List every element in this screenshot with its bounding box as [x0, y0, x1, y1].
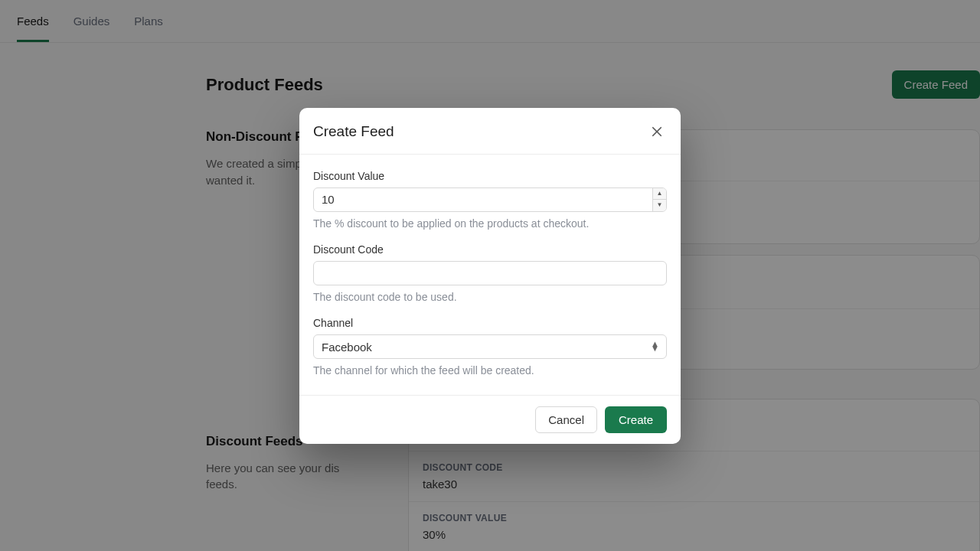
- channel-group: Channel Facebook ▲▼ The channel for whic…: [313, 317, 667, 377]
- modal-header: Create Feed: [299, 108, 681, 155]
- number-spinner: ▲ ▼: [652, 188, 666, 211]
- close-button[interactable]: [647, 122, 667, 142]
- discount-value-label: Discount Value: [313, 170, 667, 182]
- modal-body: Discount Value ▲ ▼ The % discount to be …: [299, 155, 681, 395]
- modal-overlay[interactable]: Create Feed Discount Value ▲: [0, 0, 980, 551]
- discount-value-group: Discount Value ▲ ▼ The % discount to be …: [313, 170, 667, 230]
- create-button[interactable]: Create: [605, 406, 667, 433]
- discount-code-group: Discount Code The discount code to be us…: [313, 243, 667, 303]
- channel-help: The channel for which the feed will be c…: [313, 364, 667, 377]
- close-icon: [650, 125, 664, 139]
- step-up-button[interactable]: ▲: [652, 188, 666, 201]
- create-feed-modal: Create Feed Discount Value ▲: [299, 108, 681, 444]
- caret-down-icon: ▼: [657, 202, 663, 208]
- discount-value-input[interactable]: [313, 187, 667, 212]
- channel-label: Channel: [313, 317, 667, 329]
- step-down-button[interactable]: ▼: [652, 200, 666, 211]
- discount-code-label: Discount Code: [313, 243, 667, 256]
- cancel-button[interactable]: Cancel: [535, 406, 597, 433]
- modal-footer: Cancel Create: [299, 395, 681, 444]
- discount-code-input[interactable]: [313, 261, 667, 285]
- discount-code-help: The discount code to be used.: [313, 291, 667, 303]
- caret-up-icon: ▲: [657, 191, 663, 197]
- channel-select[interactable]: Facebook: [313, 334, 667, 359]
- modal-title: Create Feed: [313, 123, 394, 140]
- discount-value-help: The % discount to be applied on the prod…: [313, 217, 667, 230]
